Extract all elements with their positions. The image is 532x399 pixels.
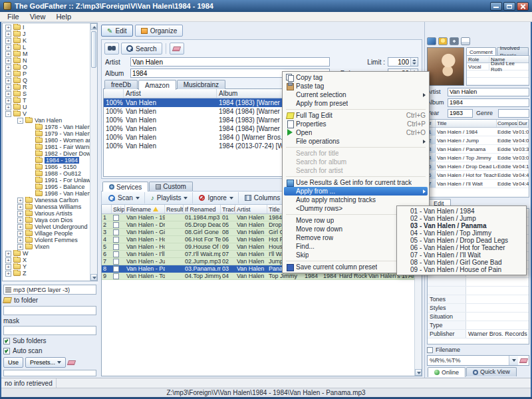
tree-item[interactable]: + M <box>3 51 90 57</box>
context-menu-item[interactable]: File operations <box>284 137 428 146</box>
context-menu-item[interactable]: Apply from ... <box>284 187 428 196</box>
spinner-arrows-icon[interactable] <box>410 58 418 66</box>
expand-toggle[interactable]: + <box>17 231 23 237</box>
album-track-row[interactable]: 2 Van Halen / Jump Eddie Van H 04:0 <box>428 136 529 145</box>
toolbar-button[interactable]: Playlists <box>146 192 194 203</box>
skip-checkbox[interactable] <box>113 222 119 228</box>
tree-item[interactable]: + P <box>3 70 90 77</box>
services-tab[interactable]: Custom <box>149 182 192 191</box>
context-menu-item[interactable]: Search for title <box>284 149 428 158</box>
column-header[interactable]: Composer <box>497 120 518 127</box>
expand-toggle[interactable]: + <box>5 71 11 77</box>
expand-toggle[interactable]: + <box>5 51 11 57</box>
tree-item[interactable]: 1981 - Fair Warning <box>3 144 90 150</box>
expand-toggle[interactable]: + <box>17 198 23 203</box>
limit-input[interactable] <box>388 58 410 66</box>
skip-checkbox[interactable] <box>113 266 119 272</box>
skip-checkbox[interactable] <box>113 215 119 221</box>
expand-toggle[interactable]: + <box>5 65 11 70</box>
tree-item[interactable]: + T <box>3 97 90 104</box>
expand-toggle[interactable]: + <box>5 58 11 64</box>
artist-input[interactable] <box>130 57 330 66</box>
context-menu-item[interactable]: Properties Ctrl+P <box>284 120 428 128</box>
expand-toggle[interactable]: + <box>5 31 11 37</box>
to-folder-input[interactable] <box>3 306 96 315</box>
close-button[interactable] <box>517 2 529 11</box>
tree-item[interactable]: 1984 - 1984 <box>3 157 90 164</box>
expand-toggle[interactable]: - <box>5 111 11 117</box>
checkbox-icon[interactable] <box>3 348 10 354</box>
tree-item[interactable]: + N <box>3 57 90 64</box>
expand-toggle[interactable]: + <box>5 271 11 277</box>
album-track-row[interactable]: 6 Van Halen / Hot for Teacher Eddie Van … <box>428 171 529 180</box>
tree-item[interactable]: + K <box>3 37 90 44</box>
mask-input[interactable] <box>3 326 96 335</box>
eraser-icon[interactable] <box>67 360 76 365</box>
title-bar[interactable]: The GodFather :: Z:\mp3\Foreign\V\Van Ha… <box>0 0 532 12</box>
tree-item[interactable]: - V <box>3 110 90 117</box>
skip-checkbox[interactable] <box>113 273 119 279</box>
tree-item[interactable]: 1998 - Van Halen III <box>3 190 90 197</box>
column-header[interactable]: Title <box>436 120 497 127</box>
tree-item[interactable]: + O <box>3 64 90 70</box>
context-menu-item[interactable]: Search for album <box>284 158 428 166</box>
search-button[interactable]: Search <box>121 43 162 55</box>
organize-mode-button[interactable]: Organize <box>135 25 184 37</box>
album-track-row[interactable]: 5 Van Halen / Drop Dead Legs Eddie Van H… <box>428 162 529 171</box>
expand-toggle[interactable]: + <box>17 204 23 210</box>
tag-album-input[interactable] <box>448 98 529 107</box>
tag-genre-input[interactable] <box>498 109 529 118</box>
tree-item[interactable]: + Vanessa Williams <box>3 203 90 210</box>
album-art[interactable] <box>427 47 464 86</box>
limit-spinner[interactable] <box>388 57 418 66</box>
column-header[interactable]: Filename <box>125 205 165 213</box>
submenu-item[interactable]: 06 - Van Halen / Hot for Teacher <box>398 244 525 251</box>
lookup-button[interactable] <box>104 43 119 55</box>
clear-search-button[interactable] <box>170 43 184 55</box>
column-header[interactable] <box>102 205 112 213</box>
context-menu-item[interactable]: Paste tag <box>284 82 428 90</box>
column-header[interactable]: Artist <box>235 205 267 213</box>
submenu-item[interactable]: 03 - Van Halen / Panama <box>398 222 525 229</box>
tree-item[interactable]: 1988 - Ou812 <box>3 170 90 177</box>
expand-toggle[interactable]: + <box>5 264 11 270</box>
clear-mask-button[interactable] <box>518 358 529 363</box>
menu-item[interactable]: File <box>2 12 25 21</box>
skip-checkbox[interactable] <box>113 229 119 235</box>
column-header[interactable]: Artist <box>124 89 217 98</box>
expand-toggle[interactable]: + <box>17 224 23 230</box>
expand-toggle[interactable]: + <box>5 78 11 84</box>
combo-dropdown-button[interactable] <box>509 356 518 365</box>
filename-checkbox[interactable] <box>427 347 433 353</box>
tree-item[interactable]: 1978 - Van Halen <box>3 124 90 130</box>
context-menu-item[interactable]: Open Ctrl+O <box>284 128 428 137</box>
minimize-button[interactable] <box>490 2 502 11</box>
context-menu-item[interactable]: Apply from preset <box>284 99 428 108</box>
menu-item[interactable]: View <box>25 12 51 21</box>
people-row[interactable] <box>467 78 529 85</box>
column-header[interactable]: Track <box>221 205 235 213</box>
submenu-item[interactable]: 01 - Van Halen / 1984 <box>398 207 525 215</box>
use-button[interactable]: Use <box>3 357 23 368</box>
scroll-down-icon[interactable] <box>415 369 422 376</box>
expand-toggle[interactable]: + <box>5 104 11 110</box>
tag-field-row[interactable]: Situation <box>428 313 529 321</box>
menu-item[interactable]: Help <box>51 12 76 21</box>
tree-item[interactable]: - Van Halen <box>3 117 90 124</box>
expand-toggle[interactable]: + <box>5 45 11 51</box>
search-source-tab[interactable]: freeDb <box>104 80 138 89</box>
toolbar-button[interactable]: Scan <box>104 192 145 203</box>
expand-toggle[interactable]: + <box>5 25 11 31</box>
submenu-item[interactable]: 09 - Van Halen / House of Pain <box>398 266 525 273</box>
file-row[interactable]: 9 Van Halen - Top Jimmy.mp3 04.Top Jimmy… <box>102 273 414 280</box>
skip-checkbox[interactable] <box>113 244 119 250</box>
bottom-tab[interactable]: Quick View <box>466 367 517 376</box>
context-menu-item[interactable]: Use Results & Get info for current track <box>284 178 428 187</box>
tag-field-row[interactable]: Styles <box>428 304 529 313</box>
tree-item[interactable]: + Violent Femmes <box>3 237 90 243</box>
tag-field-row[interactable] <box>428 287 529 295</box>
edit-mode-button[interactable]: Edit <box>101 25 133 37</box>
skip-checkbox[interactable] <box>113 237 119 243</box>
tree-item[interactable]: 1995 - Balance <box>3 184 90 190</box>
search-source-tab[interactable]: Musicbrainz <box>177 80 225 89</box>
